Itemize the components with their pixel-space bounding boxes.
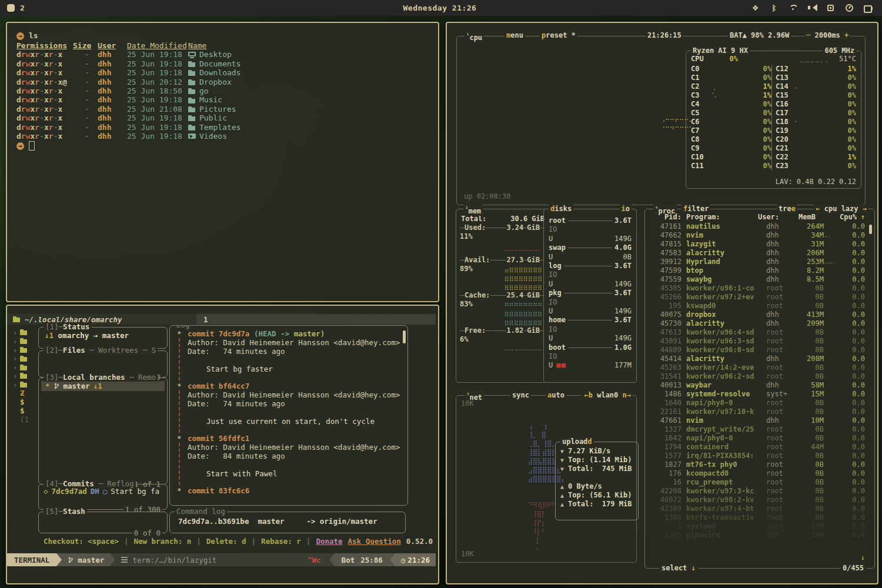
process-row[interactable]: 47161 nautilus dhh 264M 0.0 — [650, 222, 865, 231]
process-row[interactable]: 22161 kworker/u97:10-k root 0B 0.0 — [650, 407, 865, 416]
process-row[interactable]: 1 systemd root 13M 0.0 — [650, 522, 865, 531]
core-percent: 0% — [750, 162, 771, 171]
statusline-file: term:/…/bin/lazygit — [115, 553, 299, 566]
process-row[interactable]: 40075 dropbox dhh 413M 0.0 — [650, 310, 865, 319]
process-row[interactable]: 1486 systemd-resolve syst+ 15M 0.0 — [650, 390, 865, 399]
net-sync-toggle[interactable]: sync — [510, 391, 531, 400]
process-row[interactable]: 1305 pipewire dhh 10M 0.0 — [650, 531, 865, 540]
proc-filter-button[interactable]: filter — [681, 205, 710, 213]
file-name: Downloads — [188, 68, 240, 77]
workspace-number[interactable]: 2 — [20, 4, 25, 12]
btop-tab-cpu[interactable]: ¹cpu — [465, 31, 484, 42]
disks-title[interactable]: disks — [549, 205, 573, 213]
gauge-icon[interactable] — [845, 4, 854, 12]
process-row[interactable]: 16 rcu_preempt root 0B 0.0 — [650, 478, 865, 487]
mem-title[interactable]: ²mem — [463, 205, 483, 216]
process-row[interactable]: 176 kcompactd0 root 0B 0.0 — [650, 469, 865, 478]
btop-preset-button[interactable]: preset * — [540, 31, 577, 40]
core-percent: 0% — [835, 144, 856, 153]
log-commit[interactable]: commit bf64cc7 Author: David Heinemeier … — [177, 382, 402, 426]
ls-row: drwxr-xr-x - dhh 25 Jun 19:18 Documents — [16, 59, 429, 68]
proc-tree-toggle[interactable]: tree — [777, 205, 797, 213]
process-user: root — [766, 513, 794, 522]
btop-menu-button[interactable]: menu — [505, 31, 525, 40]
process-row[interactable]: 1640 napi/phy0-0 root 0B 0.0 — [650, 399, 865, 407]
file-type-icon — [188, 52, 196, 58]
log-commit[interactable]: commit 7dc9d7a (HEAD -> master) Author: … — [177, 329, 402, 373]
wifi-icon[interactable] — [789, 4, 797, 12]
process-row[interactable]: 45414 alacritty dhh 208M 0.0 — [650, 355, 865, 363]
process-row[interactable]: 1380 btrfs-transactio root 0B 0.0 — [650, 513, 865, 522]
log-commit[interactable]: commit 56fdfc1 Author: David Heinemeier … — [177, 434, 402, 478]
process-row[interactable]: 1642 napi/phy0-0 root 0B 0.0 — [650, 434, 865, 443]
process-row[interactable]: 45266 kworker/u97:2+ev root 0B 0.0 — [650, 293, 865, 302]
process-row[interactable]: 47815 lazygit dhh 31M 0.0 — [650, 240, 865, 249]
volume-icon[interactable] — [807, 4, 816, 12]
update-interval-control[interactable]: ─ 2000ms + — [804, 31, 850, 40]
process-row[interactable]: 195 kswapd0 root 0B 0.0 — [650, 302, 865, 310]
process-row[interactable]: 40013 waybar dhh 58M 0.0 — [650, 381, 865, 390]
keybind-rebase[interactable]: Rebase: r — [261, 537, 301, 546]
terminal-cursor[interactable] — [29, 141, 35, 151]
net-auto-toggle[interactable]: auto — [546, 391, 566, 400]
process-row[interactable]: 31541 kworker/u96:2-sd root 0B 0.0 — [650, 372, 865, 381]
cpu-chip-icon[interactable] — [826, 4, 835, 12]
battery-icon[interactable] — [864, 4, 873, 12]
dropbox-icon[interactable]: ❖ — [751, 4, 760, 12]
net-interface-switcher[interactable]: ←b wlan0 n→ — [583, 391, 633, 400]
process-cpu: 0.0 — [839, 452, 865, 460]
process-pid: 1305 — [650, 531, 681, 540]
bluetooth-icon[interactable]: ᛒ — [770, 4, 779, 12]
panel-branches[interactable]: [3]─Local branches ─ Remo * master ↓1 1 … — [38, 377, 168, 485]
date-modified: 25 Jun 19:18 — [127, 95, 181, 104]
proc-scrollbar[interactable] — [869, 225, 872, 234]
keybind-new-branch[interactable]: New branch: n — [133, 537, 191, 546]
process-row[interactable]: 46072 kworker/u98:2-kv root 0B 0.0 — [650, 496, 865, 505]
panel-command-log[interactable]: Command log 7dc9d7a..b3691be master -> o… — [169, 512, 406, 533]
buffer-tab[interactable]: 1 — [196, 314, 436, 325]
workspace-icon[interactable] — [7, 4, 15, 12]
process-cpu: 0.0 — [839, 337, 865, 346]
process-memory: 0B — [794, 346, 824, 355]
process-row[interactable]: 47661 nvim dhh 10M 0.0 — [650, 416, 865, 425]
disks-io-toggle[interactable]: io — [620, 205, 632, 213]
disk-name: swap — [549, 243, 566, 252]
panel-commits[interactable]: [4]─Commits ─ Reflog ◇ 7dc9d7ad DH ○ Sta… — [38, 484, 168, 510]
keybind-checkout[interactable]: Checkout: <space> — [44, 537, 119, 546]
disk-used-value: 149G — [556, 235, 632, 243]
process-row[interactable]: 1794 containerd root 44M 0.0 — [650, 443, 865, 452]
process-row[interactable]: 47599 btop dhh 8.2M 0.0 — [650, 266, 865, 275]
process-row[interactable]: 47662 nvim dhh 34M ⠤⠄ 0.0 — [650, 231, 865, 240]
process-row[interactable]: 45305 kworker/u96:1-co root 0B 0.0 — [650, 284, 865, 293]
process-row[interactable]: 47559 swaybg dhh 8.5M 0.0 — [650, 275, 865, 284]
process-row[interactable]: 47613 kworker/u96:4-sd root 0B 0.0 — [650, 328, 865, 337]
proc-sort-switcher[interactable]: ← cpu lazy → — [814, 205, 868, 213]
process-row[interactable]: 43091 kworker/u96:3-sd root 0B 0.0 — [650, 337, 865, 346]
disk-entry: log3.6T IO U149G — [549, 262, 632, 289]
proc-select-hint[interactable]: select ↓ — [659, 564, 698, 573]
process-row[interactable]: 1827 mt76-tx phy0 root 0B 0.0 — [650, 460, 865, 469]
process-row[interactable]: 1327 dmcrypt_write/25 root 0B 0.0 — [650, 425, 865, 434]
core-percent: 0% — [750, 74, 771, 82]
process-row[interactable]: 47583 alacritty dhh 206M 0.0 — [650, 249, 865, 258]
process-row[interactable]: 45263 kworker/14:2-eve root 0B 0.0 — [650, 363, 865, 372]
ask-question-link[interactable]: Ask Question — [348, 537, 401, 546]
branch-row-selected[interactable]: * master ↓1 — [41, 381, 165, 391]
net-stat-row: ▲0 Byte/s — [560, 482, 633, 491]
process-row[interactable]: 45730 alacritty dhh 209M 0.0 — [650, 319, 865, 328]
panel-stash[interactable]: [5]─Stash 0 of 0 — [38, 512, 168, 533]
panel-log[interactable]: Log commit 7dc9d7a (HEAD -> master) Auth… — [169, 325, 408, 506]
log-commit[interactable]: commit 83fc6c6 — [177, 486, 402, 495]
scroll-down-icon[interactable]: ↓ — [861, 553, 865, 562]
ls-row: drwxr-xr-x - dhh 25 Jun 18:50 go — [16, 86, 429, 95]
donate-link[interactable]: Donate — [316, 537, 342, 546]
keybind-delete[interactable]: Delete: d — [206, 537, 246, 546]
panel-title: Stash — [63, 507, 85, 516]
process-row[interactable]: 1577 irq/81-PIXA3854: root 0B 0.0 — [650, 452, 865, 460]
process-row[interactable]: 42208 kworker/u97:3-kc root 0B 0.0 — [650, 487, 865, 496]
process-row[interactable]: 42389 kworker/u97:4-bt root 0B 0.0 — [650, 505, 865, 513]
process-memory: 31M — [794, 240, 824, 249]
process-row[interactable]: 44889 kworker/u96:0-sd root 0B 0.0 — [650, 346, 865, 355]
process-row[interactable]: 39912 Hyprland dhh 253M ⠤⠤⠄ 0.0 — [650, 258, 865, 266]
statusline-branch: master — [62, 553, 110, 566]
